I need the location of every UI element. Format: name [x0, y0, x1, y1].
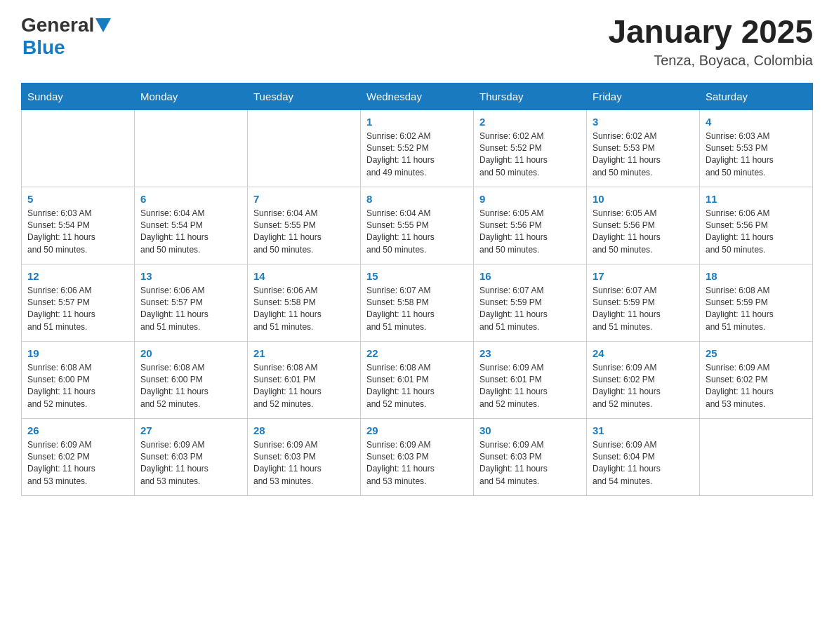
calendar-cell: 23Sunrise: 6:09 AMSunset: 6:01 PMDayligh… [474, 341, 587, 418]
day-number: 28 [253, 424, 355, 436]
day-info: Sunrise: 6:09 AMSunset: 6:02 PMDaylight:… [27, 439, 128, 488]
day-of-week-header: Saturday [700, 83, 813, 109]
day-info: Sunrise: 6:09 AMSunset: 6:03 PMDaylight:… [140, 439, 241, 488]
calendar-table: SundayMondayTuesdayWednesdayThursdayFrid… [21, 83, 813, 496]
day-info: Sunrise: 6:02 AMSunset: 5:52 PMDaylight:… [366, 130, 468, 180]
day-info: Sunrise: 6:04 AMSunset: 5:55 PMDaylight:… [253, 208, 355, 257]
day-number: 1 [366, 116, 468, 128]
calendar-cell: 21Sunrise: 6:08 AMSunset: 6:01 PMDayligh… [248, 341, 361, 418]
calendar-cell [700, 418, 813, 495]
calendar-cell: 22Sunrise: 6:08 AMSunset: 6:01 PMDayligh… [361, 341, 474, 418]
day-info: Sunrise: 6:09 AMSunset: 6:03 PMDaylight:… [479, 439, 581, 488]
calendar-cell: 10Sunrise: 6:05 AMSunset: 5:56 PMDayligh… [587, 187, 700, 264]
day-of-week-header: Monday [135, 83, 248, 109]
day-info: Sunrise: 6:08 AMSunset: 6:00 PMDaylight:… [140, 362, 241, 411]
logo-triangle-icon [95, 18, 111, 34]
day-info: Sunrise: 6:07 AMSunset: 5:59 PMDaylight:… [479, 285, 581, 334]
calendar-cell: 28Sunrise: 6:09 AMSunset: 6:03 PMDayligh… [248, 418, 361, 495]
calendar-cell: 24Sunrise: 6:09 AMSunset: 6:02 PMDayligh… [587, 341, 700, 418]
location-subtitle: Tenza, Boyaca, Colombia [608, 53, 813, 69]
day-number: 22 [366, 347, 468, 359]
calendar-cell: 3Sunrise: 6:02 AMSunset: 5:53 PMDaylight… [587, 109, 700, 187]
svg-marker-0 [95, 18, 111, 32]
calendar-week-row: 1Sunrise: 6:02 AMSunset: 5:52 PMDaylight… [22, 109, 813, 187]
month-year-title: January 2025 [608, 14, 813, 50]
calendar-cell: 27Sunrise: 6:09 AMSunset: 6:03 PMDayligh… [135, 418, 248, 495]
day-of-week-header: Wednesday [361, 83, 474, 109]
calendar-cell: 17Sunrise: 6:07 AMSunset: 5:59 PMDayligh… [587, 264, 700, 341]
day-number: 10 [593, 193, 694, 205]
calendar-cell [22, 109, 135, 187]
calendar-cell: 31Sunrise: 6:09 AMSunset: 6:04 PMDayligh… [587, 418, 700, 495]
calendar-cell: 26Sunrise: 6:09 AMSunset: 6:02 PMDayligh… [22, 418, 135, 495]
day-number: 7 [253, 193, 355, 205]
day-number: 12 [27, 270, 128, 282]
day-info: Sunrise: 6:06 AMSunset: 5:56 PMDaylight:… [706, 208, 807, 257]
day-number: 17 [593, 270, 694, 282]
calendar-cell: 5Sunrise: 6:03 AMSunset: 5:54 PMDaylight… [22, 187, 135, 264]
calendar-cell: 19Sunrise: 6:08 AMSunset: 6:00 PMDayligh… [22, 341, 135, 418]
day-number: 13 [140, 270, 241, 282]
day-number: 29 [366, 424, 468, 436]
calendar-cell: 12Sunrise: 6:06 AMSunset: 5:57 PMDayligh… [22, 264, 135, 341]
day-info: Sunrise: 6:05 AMSunset: 5:56 PMDaylight:… [479, 208, 581, 257]
day-info: Sunrise: 6:07 AMSunset: 5:59 PMDaylight:… [593, 285, 694, 334]
calendar-cell: 16Sunrise: 6:07 AMSunset: 5:59 PMDayligh… [474, 264, 587, 341]
day-number: 5 [27, 193, 128, 205]
calendar-cell: 15Sunrise: 6:07 AMSunset: 5:58 PMDayligh… [361, 264, 474, 341]
day-number: 3 [593, 116, 694, 128]
day-info: Sunrise: 6:04 AMSunset: 5:55 PMDaylight:… [366, 208, 468, 257]
day-of-week-header: Friday [587, 83, 700, 109]
day-number: 8 [366, 193, 468, 205]
calendar-cell: 8Sunrise: 6:04 AMSunset: 5:55 PMDaylight… [361, 187, 474, 264]
day-info: Sunrise: 6:07 AMSunset: 5:58 PMDaylight:… [366, 285, 468, 334]
day-info: Sunrise: 6:02 AMSunset: 5:53 PMDaylight:… [593, 130, 694, 180]
day-number: 2 [479, 116, 581, 128]
logo: General Blue [21, 14, 111, 59]
calendar-cell: 2Sunrise: 6:02 AMSunset: 5:52 PMDaylight… [474, 109, 587, 187]
day-number: 30 [479, 424, 581, 436]
day-of-week-header: Thursday [474, 83, 587, 109]
day-of-week-header: Sunday [22, 83, 135, 109]
day-number: 24 [593, 347, 694, 359]
calendar-cell: 11Sunrise: 6:06 AMSunset: 5:56 PMDayligh… [700, 187, 813, 264]
day-info: Sunrise: 6:06 AMSunset: 5:58 PMDaylight:… [253, 285, 355, 334]
day-info: Sunrise: 6:06 AMSunset: 5:57 PMDaylight:… [27, 285, 128, 334]
day-number: 19 [27, 347, 128, 359]
day-info: Sunrise: 6:05 AMSunset: 5:56 PMDaylight:… [593, 208, 694, 257]
calendar-cell: 9Sunrise: 6:05 AMSunset: 5:56 PMDaylight… [474, 187, 587, 264]
calendar-cell: 4Sunrise: 6:03 AMSunset: 5:53 PMDaylight… [700, 109, 813, 187]
calendar-cell [248, 109, 361, 187]
day-number: 23 [479, 347, 581, 359]
day-number: 27 [140, 424, 241, 436]
calendar-week-row: 5Sunrise: 6:03 AMSunset: 5:54 PMDaylight… [22, 187, 813, 264]
calendar-header-row: SundayMondayTuesdayWednesdayThursdayFrid… [22, 83, 813, 109]
calendar-cell: 25Sunrise: 6:09 AMSunset: 6:02 PMDayligh… [700, 341, 813, 418]
day-info: Sunrise: 6:02 AMSunset: 5:52 PMDaylight:… [479, 130, 581, 180]
day-number: 18 [706, 270, 807, 282]
calendar-cell: 29Sunrise: 6:09 AMSunset: 6:03 PMDayligh… [361, 418, 474, 495]
calendar-week-row: 19Sunrise: 6:08 AMSunset: 6:00 PMDayligh… [22, 341, 813, 418]
calendar-cell: 7Sunrise: 6:04 AMSunset: 5:55 PMDaylight… [248, 187, 361, 264]
calendar-cell: 18Sunrise: 6:08 AMSunset: 5:59 PMDayligh… [700, 264, 813, 341]
day-number: 31 [593, 424, 694, 436]
calendar-week-row: 12Sunrise: 6:06 AMSunset: 5:57 PMDayligh… [22, 264, 813, 341]
title-section: January 2025 Tenza, Boyaca, Colombia [608, 14, 813, 69]
day-info: Sunrise: 6:06 AMSunset: 5:57 PMDaylight:… [140, 285, 241, 334]
page-header: General Blue January 2025 Tenza, Boyaca,… [21, 14, 813, 69]
calendar-week-row: 26Sunrise: 6:09 AMSunset: 6:02 PMDayligh… [22, 418, 813, 495]
day-number: 15 [366, 270, 468, 282]
day-info: Sunrise: 6:08 AMSunset: 5:59 PMDaylight:… [706, 285, 807, 334]
day-number: 21 [253, 347, 355, 359]
day-number: 4 [706, 116, 807, 128]
day-number: 6 [140, 193, 241, 205]
day-info: Sunrise: 6:03 AMSunset: 5:54 PMDaylight:… [27, 208, 128, 257]
day-number: 16 [479, 270, 581, 282]
day-info: Sunrise: 6:08 AMSunset: 6:01 PMDaylight:… [253, 362, 355, 411]
calendar-cell [135, 109, 248, 187]
day-info: Sunrise: 6:04 AMSunset: 5:54 PMDaylight:… [140, 208, 241, 257]
day-info: Sunrise: 6:09 AMSunset: 6:01 PMDaylight:… [479, 362, 581, 411]
calendar-cell: 14Sunrise: 6:06 AMSunset: 5:58 PMDayligh… [248, 264, 361, 341]
calendar-cell: 13Sunrise: 6:06 AMSunset: 5:57 PMDayligh… [135, 264, 248, 341]
calendar-cell: 1Sunrise: 6:02 AMSunset: 5:52 PMDaylight… [361, 109, 474, 187]
